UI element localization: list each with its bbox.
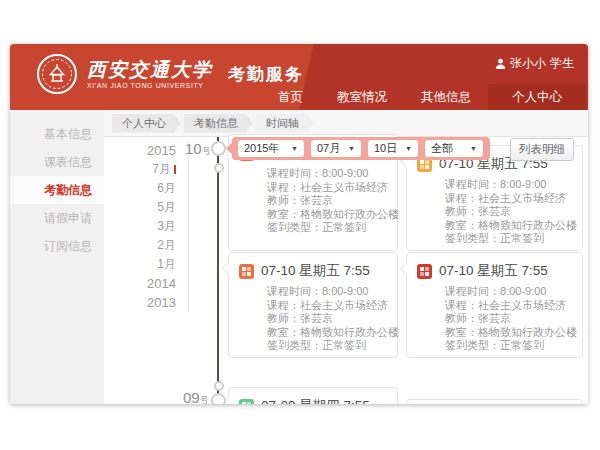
attendance-card[interactable]: 07-10 星期五 7:55 课程时间：8:00-9:00 课程：社会主义市场经… <box>406 252 583 358</box>
user-info[interactable]: 张小小 学生 <box>495 55 574 72</box>
rail-year-2014[interactable]: 2014 <box>104 274 176 293</box>
user-icon <box>495 58 506 69</box>
sidebar-item-timetable[interactable]: 课表信息 <box>10 148 104 176</box>
card-fields: 课程时间：8:00-9:00 课程：社会主义市场经济 教师：张芸京 教室：格物致… <box>445 285 582 353</box>
status-calendar-icon <box>239 264 254 279</box>
breadcrumb-personal-center[interactable]: 个人中心 <box>112 114 181 133</box>
dropdown-caret-icon: ▼ <box>470 145 477 152</box>
card-date: 07-10 星期五 7:55 <box>439 262 548 280</box>
attendance-card[interactable]: 07-09 星期四 7:55 <box>228 387 398 404</box>
dropdown-caret-icon: ▼ <box>291 145 298 152</box>
breadcrumb: 个人中心 考勤信息 时间轴 <box>104 110 588 137</box>
nav-personal-center-active[interactable]: 个人中心 <box>488 84 586 110</box>
rail-month-jul-active[interactable]: 7月 <box>104 160 176 179</box>
rail-month-jan[interactable]: 1月 <box>104 255 176 274</box>
breadcrumb-attendance[interactable]: 考勤信息 <box>184 114 253 133</box>
timeline-node-day09 <box>211 393 226 404</box>
status-calendar-icon <box>417 264 432 279</box>
dropdown-caret-icon: ▼ <box>405 145 412 152</box>
card-fields: 课程时间：8:00-9:00 课程：社会主义市场经济 教师：张芸京 教室：格物致… <box>267 167 397 235</box>
nav-other-info[interactable]: 其他信息 <box>404 84 488 110</box>
card-fields: 课程时间：8:00-9:00 课程：社会主义市场经济 教师：张芸京 教室：格物致… <box>267 285 397 353</box>
list-detail-button[interactable]: 列表明细 <box>510 138 574 161</box>
card-header: 07-10 星期五 7:55 <box>407 253 582 280</box>
sidebar-item-attendance-active[interactable]: 考勤信息 <box>10 176 104 204</box>
app-header: 西安交通大学 XI'AN JIAO TONG UNIVERSITY 考勤服务 张… <box>10 44 588 110</box>
card-header: 07-09 星期四 7:55 <box>229 388 397 404</box>
sidebar-item-basic-info[interactable]: 基本信息 <box>10 120 104 148</box>
year-select[interactable]: 2015年▼ <box>238 140 304 157</box>
sidebar: 基本信息 课表信息 考勤信息 请假申请 订阅信息 <box>10 110 104 404</box>
rail-month-jun[interactable]: 6月 <box>104 179 176 198</box>
type-select[interactable]: 全部▼ <box>425 140 483 157</box>
card-date: 07-09 星期四 7:55 <box>261 397 370 404</box>
timeline-node-small-bottom <box>214 381 224 391</box>
breadcrumb-timeline[interactable]: 时间轴 <box>256 114 314 133</box>
timeline-spine <box>217 137 219 404</box>
rail-month-mar[interactable]: 3月 <box>104 217 176 236</box>
user-name: 张小小 <box>510 55 546 72</box>
nav-home[interactable]: 首页 <box>261 84 320 110</box>
filter-bar: 2015年▼ 07月▼ 10日▼ 全部▼ <box>232 137 490 160</box>
timeline-node-small-top <box>214 163 224 173</box>
main-nav: 首页 教室情况 其他信息 个人中心 <box>261 84 586 110</box>
page: 西安交通大学 XI'AN JIAO TONG UNIVERSITY 考勤服务 张… <box>0 0 600 450</box>
rail-month-feb[interactable]: 2月 <box>104 236 176 255</box>
rail-month-may[interactable]: 5月 <box>104 198 176 217</box>
day-select[interactable]: 10日▼ <box>368 140 418 157</box>
attendance-card-partial[interactable] <box>406 399 583 404</box>
university-seal-icon <box>36 53 78 95</box>
page-title: 考勤服务 <box>228 63 304 86</box>
university-name-zh: 西安交通大学 <box>87 60 213 79</box>
year-month-rail: 2015 7月 6月 5月 3月 2月 1月 2014 2013 <box>104 141 189 312</box>
day-label-10: 10号 <box>185 140 211 158</box>
day-label-09: 09号 <box>183 389 209 404</box>
rail-year-2013[interactable]: 2013 <box>104 293 176 312</box>
card-date: 07-10 星期五 7:55 <box>261 262 370 280</box>
card-header: 07-10 星期五 7:55 <box>229 253 397 280</box>
app-window: 西安交通大学 XI'AN JIAO TONG UNIVERSITY 考勤服务 张… <box>10 44 588 404</box>
status-calendar-icon <box>239 399 254 405</box>
dropdown-caret-icon: ▼ <box>348 145 355 152</box>
attendance-card[interactable]: 07-10 星期五 7:55 课程时间：8:00-9:00 课程：社会主义市场经… <box>228 252 398 358</box>
month-select[interactable]: 07月▼ <box>311 140 361 157</box>
card-fields: 课程时间：8:00-9:00 课程：社会主义市场经济 教师：张芸京 教室：格物致… <box>445 178 582 246</box>
sidebar-item-subscription[interactable]: 订阅信息 <box>10 232 104 260</box>
content-area: 个人中心 考勤信息 时间轴 2015 7月 6月 5月 3月 2月 1月 201… <box>104 110 588 404</box>
rail-year-2015[interactable]: 2015 <box>104 141 176 160</box>
user-role: 学生 <box>550 55 574 72</box>
timeline-node-day10 <box>211 141 226 156</box>
sidebar-item-leave-request[interactable]: 请假申请 <box>10 204 104 232</box>
university-name: 西安交通大学 XI'AN JIAO TONG UNIVERSITY <box>87 60 213 89</box>
nav-classrooms[interactable]: 教室情况 <box>320 84 404 110</box>
university-name-en: XI'AN JIAO TONG UNIVERSITY <box>87 82 213 89</box>
